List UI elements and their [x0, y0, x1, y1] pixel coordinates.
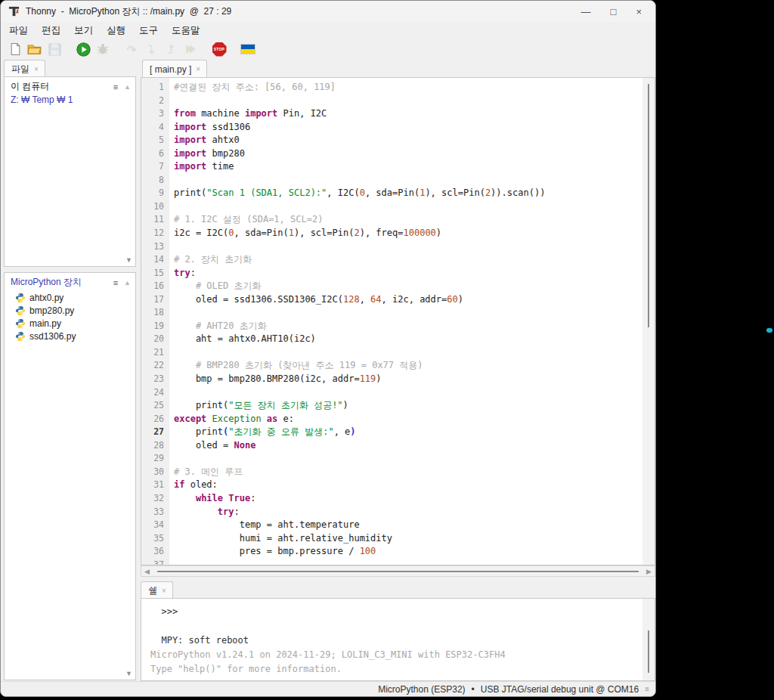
menu-item[interactable]: 도움말: [165, 23, 207, 39]
code-line: [174, 346, 642, 360]
files-menu-icon[interactable]: ≡: [113, 82, 118, 91]
code-line: # BMP280 초기화 (찾아낸 주소 119 = 0x77 적용): [174, 359, 642, 373]
step-out-button: ⤴: [163, 41, 179, 57]
menu-item[interactable]: 편집: [35, 23, 67, 39]
menu-item[interactable]: 실행: [100, 23, 132, 39]
stray-cursor-dot: [766, 328, 772, 333]
device-menu-icon[interactable]: ≡: [113, 278, 118, 287]
device-file-item[interactable]: ahtx0.py: [15, 291, 135, 304]
resume-button: [182, 41, 199, 57]
menu-item[interactable]: 도구: [132, 23, 165, 39]
device-scroll-up-icon[interactable]: ▲: [124, 279, 131, 287]
code-editor[interactable]: 1234567891011121314151617181920212223242…: [141, 77, 655, 565]
this-computer-label: 이 컴퓨터: [11, 80, 49, 93]
shell-tab-label: 쉘: [148, 584, 157, 597]
editor-tab-main-py[interactable]: [ main.py ] ×: [142, 60, 207, 77]
shell-tab[interactable]: 쉘 ×: [141, 581, 173, 598]
code-line: print("초기화 중 오류 발생:", e): [174, 426, 642, 439]
editor-tab-label: [ main.py ]: [150, 64, 191, 75]
toolbar: ↷⤵⤴STOP: [1, 39, 655, 60]
main-area: 파일 × 이 컴퓨터 ≡ ▲ Z: ₩ Temp ₩ 1 ▼ MicroPyth: [1, 60, 655, 681]
current-path-link[interactable]: Z: ₩ Temp ₩ 1: [5, 94, 135, 106]
status-bar: MicroPython (ESP32) • USB JTAG/serial de…: [1, 681, 655, 696]
shell-line: Type "help()" for more information.: [150, 662, 642, 677]
editor-vertical-scrollbar[interactable]: [642, 78, 655, 565]
window-title: Thonny - MicroPython 장치 :: /main.py @ 27…: [26, 5, 231, 18]
code-line: import ssd1306: [174, 121, 642, 135]
code-text[interactable]: #연결된 장치 주소: [56, 60, 119] from machine i…: [169, 78, 642, 565]
shell-panel: >>> MPY: soft rebootMicroPython v1.24.1 …: [141, 598, 655, 681]
shell-line: >>>: [150, 605, 642, 619]
status-port[interactable]: USB JTAG/serial debug unit @ COM16: [481, 684, 639, 695]
scroll-left-icon[interactable]: ◀: [141, 568, 153, 575]
device-file-name: bmp280.py: [29, 305, 74, 316]
ukraine-flag-icon[interactable]: [240, 41, 256, 57]
editor-column: [ main.py ] × 12345678910111213141516171…: [141, 60, 655, 681]
title-bar[interactable]: Thonny - MicroPython 장치 :: /main.py @ 27…: [1, 1, 655, 22]
code-line: oled = ssd1306.SSD1306_I2C(128, 64, i2c,…: [174, 293, 642, 307]
files-tab[interactable]: 파일 ×: [4, 60, 45, 76]
debug-button: [94, 41, 111, 57]
code-line: [174, 452, 642, 466]
run-button[interactable]: [75, 41, 91, 57]
close-button[interactable]: ×: [636, 6, 642, 17]
device-file-item[interactable]: bmp280.py: [15, 304, 135, 317]
code-line: # OLED 초기화: [174, 280, 642, 293]
code-line: [174, 386, 642, 400]
code-line: import bmp280: [174, 147, 642, 161]
new-file-button[interactable]: [7, 41, 23, 57]
menu-item[interactable]: 파일: [2, 23, 35, 39]
code-line: bmp = bmp280.BMP280(i2c, addr=119): [174, 373, 642, 386]
maximize-button[interactable]: □: [611, 6, 617, 17]
shell-output[interactable]: >>> MPY: soft rebootMicroPython v1.24.1 …: [141, 599, 642, 680]
save-file-button: [46, 41, 63, 57]
shell-line: [150, 619, 642, 633]
menu-bar: 파일편집보기실행도구도움말: [1, 22, 655, 39]
device-panel-title: MicroPython 장치: [11, 276, 82, 289]
code-line: [174, 306, 642, 320]
code-line: try:: [174, 267, 642, 280]
code-line: # 3. 메인 루프: [174, 466, 642, 479]
stop-button[interactable]: STOP: [211, 41, 228, 57]
device-file-item[interactable]: ssd1306.py: [15, 330, 135, 342]
scroll-right-icon[interactable]: ▶: [643, 568, 655, 575]
shell-line: MPY: soft reboot: [150, 633, 642, 648]
code-line: print("모든 장치 초기화 성공!"): [174, 399, 642, 413]
device-file-item[interactable]: main.py: [15, 317, 135, 330]
code-line: oled = None: [174, 439, 642, 453]
minimize-button[interactable]: —: [581, 6, 591, 17]
files-tab-label: 파일: [11, 63, 29, 76]
status-interpreter[interactable]: MicroPython (ESP32): [378, 684, 465, 695]
desktop: Thonny - MicroPython 장치 :: /main.py @ 27…: [0, 0, 774, 700]
files-tab-close-icon[interactable]: ×: [34, 65, 39, 73]
resize-grip-icon[interactable]: ≡: [645, 685, 649, 693]
code-line: [174, 240, 642, 254]
thonny-window: Thonny - MicroPython 장치 :: /main.py @ 27…: [0, 0, 656, 697]
step-into-button: ⤵: [143, 41, 159, 57]
code-line: temp = aht.temperature: [174, 519, 642, 532]
code-line: humi = aht.relative_humidity: [174, 532, 642, 546]
device-scroll-down-icon[interactable]: ▼: [125, 670, 132, 677]
code-line: #연결된 장치 주소: [56, 60, 119]: [174, 81, 642, 94]
shell-vertical-scrollbar[interactable]: [642, 599, 655, 680]
code-line: while True:: [174, 492, 642, 506]
code-line: try:: [174, 506, 642, 519]
editor-tab-close-icon[interactable]: ×: [196, 65, 200, 73]
line-number-gutter: 1234567891011121314151617181920212223242…: [141, 78, 169, 565]
step-over-button: ↷: [123, 41, 140, 57]
local-files-panel: 이 컴퓨터 ≡ ▲ Z: ₩ Temp ₩ 1 ▼: [4, 76, 136, 267]
device-files-panel: MicroPython 장치 ≡ ▲ ahtx0.pybmp280.pymain…: [4, 272, 136, 680]
shell-tab-close-icon[interactable]: ×: [162, 587, 166, 595]
open-file-button[interactable]: [26, 41, 43, 57]
status-separator: •: [472, 684, 475, 695]
editor-horizontal-scrollbar[interactable]: ◀ ▶: [141, 565, 655, 577]
code-line: if oled:: [174, 479, 642, 492]
code-line: # 1. I2C 설정 (SDA=1, SCL=2): [174, 213, 642, 227]
code-line: aht = ahtx0.AHT10(i2c): [174, 333, 642, 346]
menu-item[interactable]: 보기: [67, 23, 100, 39]
files-scroll-up-icon[interactable]: ▲: [124, 83, 131, 91]
code-line: [174, 200, 642, 214]
files-scroll-down-icon[interactable]: ▼: [125, 256, 132, 264]
code-line: print("Scan 1 (SDA1, SCL2):", I2C(0, sda…: [174, 187, 642, 200]
device-file-name: main.py: [29, 318, 61, 329]
